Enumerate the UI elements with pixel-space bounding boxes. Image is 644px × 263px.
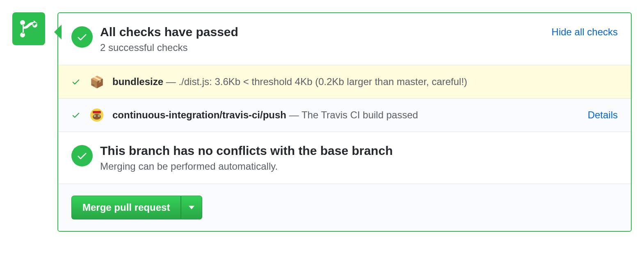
check-body: bundlesize — ./dist.js: 3.6Kb < threshol…: [112, 76, 618, 88]
check-avatar-bundlesize: 📦: [89, 74, 104, 89]
check-name: continuous-integration/travis-ci/push: [112, 109, 286, 120]
check-row-travis: continuous-integration/travis-ci/push — …: [58, 99, 631, 132]
checks-summary-section: All checks have passed 2 successful chec…: [58, 13, 631, 65]
merge-pull-request-button[interactable]: Merge pull request: [71, 196, 181, 219]
check-status-icon: [71, 77, 81, 86]
merge-footer: Merge pull request: [58, 184, 631, 231]
merge-conflict-section: This branch has no conflicts with the ba…: [58, 132, 631, 184]
caret-down-icon: [189, 205, 194, 210]
check-description: ./dist.js: 3.6Kb < threshold 4Kb (0.2Kb …: [178, 76, 467, 87]
merge-timeline-badge: [12, 12, 45, 45]
merge-status-box: All checks have passed 2 successful chec…: [57, 12, 632, 232]
check-avatar-travis: [89, 108, 104, 122]
success-check-icon: [71, 26, 93, 48]
check-details-link[interactable]: Details: [588, 109, 618, 121]
travis-icon: [89, 108, 104, 122]
check-body: continuous-integration/travis-ci/push — …: [112, 109, 580, 121]
checks-list: 📦 bundlesize — ./dist.js: 3.6Kb < thresh…: [58, 65, 631, 132]
svg-point-6: [98, 115, 99, 116]
check-status-icon: [71, 111, 81, 120]
merge-button-group: Merge pull request: [71, 196, 202, 219]
checks-subtitle: 2 successful checks: [100, 42, 544, 53]
svg-rect-2: [93, 111, 101, 113]
success-check-icon: [71, 145, 93, 166]
svg-point-1: [93, 114, 101, 120]
check-description: The Travis CI build passed: [301, 109, 418, 120]
hide-checks-link[interactable]: Hide all checks: [552, 26, 618, 38]
svg-point-4: [94, 115, 95, 116]
merge-options-dropdown[interactable]: [181, 196, 202, 219]
merge-status-subtitle: Merging can be performed automatically.: [100, 161, 618, 172]
check-separator: —: [286, 109, 301, 120]
check-name: bundlesize: [112, 76, 163, 87]
merge-status-title: This branch has no conflicts with the ba…: [100, 143, 618, 158]
check-separator: —: [163, 76, 178, 87]
check-row-bundlesize: 📦 bundlesize — ./dist.js: 3.6Kb < thresh…: [58, 65, 631, 99]
checks-title: All checks have passed: [100, 25, 544, 39]
git-merge-icon: [19, 19, 39, 39]
